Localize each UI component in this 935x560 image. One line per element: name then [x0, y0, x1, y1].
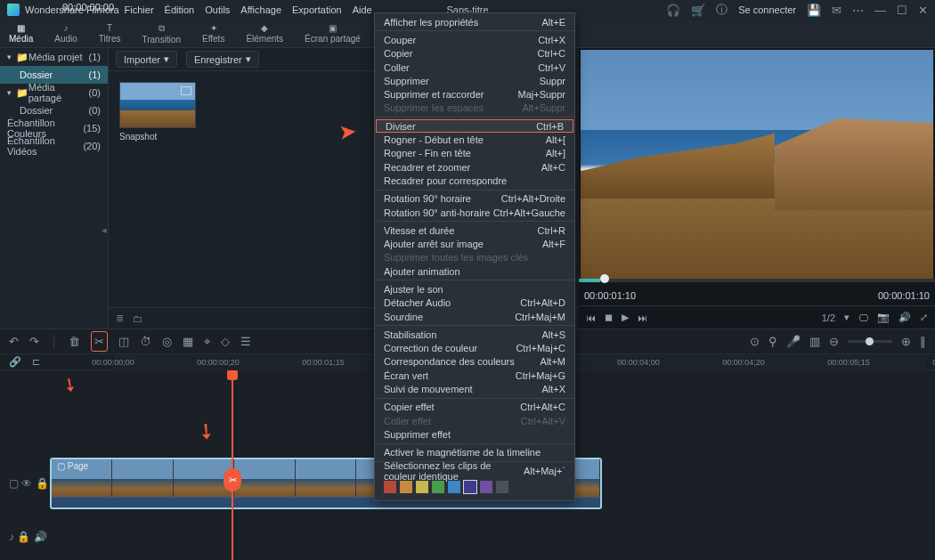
ctx-item[interactable]: Rogner - Fin en têteAlt+] [375, 147, 574, 160]
ctx-item[interactable]: Copier effetCtrl+Alt+C [375, 401, 574, 414]
more-icon[interactable]: ⋯ [852, 4, 864, 17]
ctx-item[interactable]: CopierCtrl+C [375, 47, 574, 61]
ctx-item[interactable]: Supprimer et raccorderMaj+Suppr [375, 87, 574, 101]
marker-icon[interactable]: ⚲ [768, 335, 777, 348]
zoom-in-icon[interactable]: ⊕ [901, 335, 911, 348]
ctx-item[interactable]: StabilisationAlt+S [375, 328, 574, 341]
ctx-item[interactable]: SourdineCtrl+Maj+M [375, 310, 574, 323]
color-swatch[interactable] [384, 481, 396, 493]
greenscreen-icon[interactable]: ▦ [183, 335, 193, 348]
info-icon[interactable]: ⓘ [716, 2, 728, 18]
zoom-out-icon[interactable]: ⊖ [829, 335, 839, 348]
tree-sample-colors[interactable]: Échantillon Couleurs(15) [0, 119, 108, 137]
color-swatch[interactable] [400, 481, 412, 493]
ctx-item[interactable]: Rogner - Début en têteAlt+[ [375, 133, 574, 146]
tree-shared-media[interactable]: ▾📁 Média partagé(0) [0, 84, 108, 101]
ctx-item[interactable]: Écran vertCtrl+Maj+G [375, 369, 574, 382]
render-icon[interactable]: ▥ [809, 335, 820, 348]
ctx-item[interactable]: Ajuster le son [375, 282, 574, 296]
ctx-item[interactable]: Recadrer et zoomerAlt+C [375, 160, 574, 174]
audio-track-header[interactable]: ♪ 🔒 🔊 [9, 531, 47, 543]
crop-icon[interactable]: ◫ [118, 335, 129, 348]
ctx-item[interactable]: Ajouter animation [375, 264, 574, 278]
tree-media-project[interactable]: ▾📁 Média projet(1) [0, 48, 108, 66]
color-swatch[interactable] [464, 481, 476, 493]
ctx-item[interactable]: Détacher AudioCtrl+Alt+D [375, 296, 574, 310]
ctx-item[interactable]: Rotation 90° horaireCtrl+Alt+Droite [375, 192, 574, 206]
ctx-item[interactable]: Correction de couleurCtrl+Maj+C [375, 342, 574, 355]
zoom-slider[interactable] [848, 340, 892, 343]
message-icon[interactable]: ✉ [832, 4, 842, 17]
menu-help[interactable]: Aide [353, 4, 372, 15]
color-swatch[interactable] [496, 481, 508, 493]
tab-elements[interactable]: ◆Éléments [246, 23, 283, 44]
menu-view[interactable]: Affichage [240, 4, 281, 15]
color-swatch[interactable] [432, 481, 444, 493]
tab-media[interactable]: ▦Média [9, 23, 33, 44]
playhead[interactable] [232, 370, 233, 560]
ctx-item[interactable]: DiviserCtrl+B [376, 119, 573, 133]
tree-sample-videos[interactable]: Échantillon Vidéos(20) [0, 137, 108, 155]
cart-icon[interactable]: 🛒 [691, 4, 705, 17]
audio-mix-icon[interactable]: ⊙ [750, 335, 760, 348]
save-icon[interactable]: 💾 [807, 4, 821, 17]
link-icon[interactable]: 🔗 [9, 356, 21, 368]
preview-scrubber[interactable] [579, 279, 935, 282]
undo-icon[interactable]: ↶ [9, 335, 19, 348]
keyframe-icon[interactable]: ◇ [221, 335, 230, 348]
tab-transition[interactable]: ⧉Transition [142, 23, 181, 45]
new-folder-icon[interactable]: 🗀 [133, 313, 142, 324]
chevron-down-icon[interactable]: ▾ [844, 312, 850, 323]
settings-icon[interactable]: ☰ [240, 335, 251, 348]
media-thumbnail[interactable]: Snapshot [119, 82, 196, 142]
color-swatch[interactable] [416, 481, 428, 493]
ctx-item[interactable]: CollerCtrl+V [375, 61, 574, 74]
stop-icon[interactable]: ◼ [605, 312, 613, 323]
color-swatch[interactable] [480, 481, 492, 493]
ctx-item[interactable]: Supprimer effet [375, 427, 574, 441]
ctx-item[interactable]: Activer le magnétisme de la timeline [375, 446, 574, 459]
next-frame-icon[interactable]: ⏭ [638, 312, 647, 323]
tab-titles[interactable]: TTitres [99, 23, 121, 44]
tab-splitscreen[interactable]: ▣Écran partagé [305, 23, 361, 44]
close-icon[interactable]: ✕ [918, 4, 928, 17]
fullscreen-icon[interactable]: ⤢ [920, 312, 928, 323]
minimize-icon[interactable]: — [874, 4, 886, 17]
ctx-item[interactable]: Recadrer pour correspondre [375, 174, 574, 187]
redo-icon[interactable]: ↷ [29, 335, 39, 348]
headphones-icon[interactable]: 🎧 [666, 4, 680, 17]
ctx-item[interactable]: Ajouter arrêt sur imageAlt+F [375, 237, 574, 250]
delete-icon[interactable]: 🗑 [69, 335, 80, 348]
camera-icon[interactable]: 📷 [877, 312, 890, 323]
magnet-icon[interactable]: ⊏ [32, 356, 40, 368]
connect-button[interactable]: Se connecter [738, 4, 796, 15]
split-tool-icon[interactable]: ✂ [91, 331, 108, 352]
import-button[interactable]: Importer ▾ [116, 51, 177, 68]
mic-icon[interactable]: 🎤 [786, 335, 801, 348]
menu-export[interactable]: Exportation [292, 4, 342, 15]
snapshot-icon[interactable]: 🖵 [858, 312, 868, 323]
ctx-item[interactable]: Vitesse et duréeCtrl+R [375, 223, 574, 237]
fit-icon[interactable]: ‖ [920, 335, 926, 348]
menu-edit[interactable]: Édition [165, 4, 195, 15]
sort-icon[interactable]: ≣ [116, 312, 124, 324]
tree-folder[interactable]: Dossier(1) [0, 66, 108, 84]
ctx-item[interactable]: SupprimerSuppr [375, 74, 574, 87]
ctx-item[interactable]: Suivi de mouvementAlt+X [375, 382, 574, 395]
splitter-handle-icon[interactable]: ◂ [102, 224, 209, 236]
volume-icon[interactable]: 🔊 [898, 312, 911, 323]
tracking-icon[interactable]: ⌖ [204, 335, 210, 349]
maximize-icon[interactable]: ☐ [897, 4, 907, 17]
ctx-item[interactable]: Sélectionnez les clips de couleur identi… [375, 464, 574, 477]
ctx-item[interactable]: Rotation 90° anti-horaireCtrl+Alt+Gauche [375, 206, 574, 219]
video-track-header[interactable]: ▢ 👁 🔒 [9, 477, 49, 490]
record-button[interactable]: Enregistrer ▾ [186, 51, 259, 68]
speed-icon[interactable]: ⏱ [140, 335, 151, 348]
tab-effects[interactable]: ✦Effets [202, 23, 224, 44]
tree-folder-2[interactable]: Dossier(0) [0, 101, 108, 119]
prev-frame-icon[interactable]: ⏮ [586, 312, 596, 323]
tab-audio[interactable]: ♪Audio [54, 23, 77, 44]
ctx-item[interactable]: CouperCtrl+X [375, 33, 574, 46]
ctx-item[interactable]: Correspondance des couleursAlt+M [375, 355, 574, 369]
color-icon[interactable]: ◎ [162, 335, 172, 348]
